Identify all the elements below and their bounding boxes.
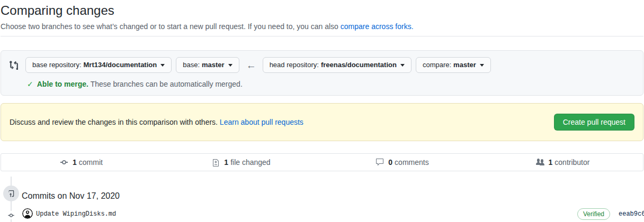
compare-across-forks-link[interactable]: compare across forks. [341, 22, 414, 31]
page-title: Comparing changes [1, 3, 643, 18]
contributors-count: 1 [549, 158, 553, 166]
base-branch-label: base: [183, 60, 200, 70]
comments-label: comments [395, 158, 429, 166]
learn-about-pull-requests-link[interactable]: Learn about pull requests [220, 118, 303, 126]
check-icon: ✓ [27, 80, 33, 88]
compare-page: Comparing changes Choose two branches to… [0, 0, 644, 222]
git-commit-icon [5, 211, 17, 219]
chevron-down-icon [400, 64, 405, 67]
commit-count: 1 [73, 158, 77, 166]
people-icon [536, 158, 544, 166]
head-repository-value: freenas/documentation [321, 60, 397, 70]
git-compare-icon [10, 60, 18, 70]
merge-status-title: Able to merge. [37, 80, 88, 88]
compare-branch-label: compare: [423, 60, 451, 70]
compare-branch-select[interactable]: compare:master [416, 57, 491, 73]
base-branch-value: master [202, 60, 225, 70]
commit-sha-link[interactable]: eeab9c6 [619, 210, 644, 218]
arrow-left-icon: ← [246, 60, 256, 70]
files-changed-tab[interactable]: 1 file changed [162, 158, 322, 166]
pr-banner-text: Discuss and review the changes in this c… [10, 118, 218, 126]
pr-banner: Discuss and review the changes in this c… [1, 103, 643, 141]
commits-tab[interactable]: 1 commit [1, 158, 162, 166]
commit-count-label: commit [79, 158, 103, 166]
chevron-down-icon [480, 64, 484, 67]
merge-status-text: These branches can be automatically merg… [91, 80, 243, 88]
avatar[interactable] [22, 208, 33, 219]
pr-banner-message: Discuss and review the changes in this c… [10, 118, 303, 126]
comment-icon [375, 158, 384, 166]
stats-bar: 1 commit 1 file changed 0 comments 1 con… [1, 153, 643, 171]
head-repository-select[interactable]: head repository:freenas/documentation [263, 57, 412, 73]
head-repository-label: head repository: [270, 60, 319, 70]
commits-timeline: Commits on Nov 17, 2020 Update WipingDis… [1, 171, 643, 222]
compare-branch-value: master [453, 60, 476, 70]
files-changed-count: 1 [224, 158, 228, 166]
page-subtitle: Choose two branches to see what’s change… [1, 22, 643, 31]
repo-push-icon [3, 186, 19, 201]
base-branch-select[interactable]: base:master [176, 57, 239, 73]
commit-group-header: Commits on Nov 17, 2020 [22, 191, 120, 201]
chevron-down-icon [228, 64, 232, 67]
contributors-tab[interactable]: 1 contributor [482, 158, 643, 166]
base-repository-select[interactable]: base repository:Mrt134/documentation [25, 57, 172, 73]
comments-tab[interactable]: 0 comments [322, 158, 482, 166]
header-divider [1, 36, 643, 36]
diff-icon [213, 158, 220, 166]
comments-count: 0 [388, 158, 392, 166]
create-pull-request-button[interactable]: Create pull request [554, 114, 634, 131]
base-repository-label: base repository: [32, 60, 82, 70]
commit-message-link[interactable]: Update WipingDisks.md [36, 210, 116, 218]
verified-badge[interactable]: Verified [577, 208, 610, 220]
contributors-label: contributor [554, 158, 589, 166]
branch-selector-box: base repository:Mrt134/documentation bas… [1, 50, 643, 96]
base-repository-value: Mrt134/documentation [84, 60, 157, 70]
subtitle-text: Choose two branches to see what’s change… [1, 22, 341, 31]
git-commit-icon [60, 158, 68, 166]
merge-status: ✓Able to merge. These branches can be au… [7, 80, 637, 88]
chevron-down-icon [160, 64, 165, 67]
files-changed-label: file changed [230, 158, 271, 166]
